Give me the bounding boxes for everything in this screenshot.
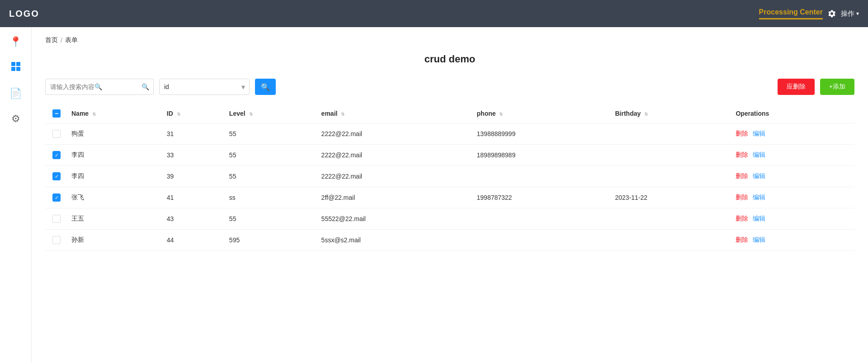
search-input-wrap: 🔍 (45, 79, 154, 95)
table-header-row: − Name ⇅ ID ⇅ Level ⇅ email ⇅ phone ⇅ Bi… (45, 104, 854, 123)
cell-id: 41 (163, 187, 226, 208)
data-table-wrap: − Name ⇅ ID ⇅ Level ⇅ email ⇅ phone ⇅ Bi… (45, 104, 854, 251)
edit-row-button[interactable]: 编辑 (753, 215, 765, 222)
sort-level-icon: ⇅ (249, 112, 253, 117)
cell-level: 595 (226, 230, 318, 251)
cell-level: ss (226, 187, 318, 208)
cell-operations: 删除编辑 (732, 145, 854, 166)
edit-row-button[interactable]: 编辑 (753, 236, 765, 243)
row-checkbox[interactable] (52, 215, 61, 223)
col-level[interactable]: Level ⇅ (226, 104, 318, 123)
delete-row-button[interactable]: 删除 (736, 172, 748, 179)
sort-phone-icon: ⇅ (499, 112, 503, 117)
table-header: − Name ⇅ ID ⇅ Level ⇅ email ⇅ phone ⇅ Bi… (45, 104, 854, 123)
row-checkbox[interactable] (52, 130, 61, 138)
logo: LOGO (9, 9, 39, 19)
delete-row-button[interactable]: 删除 (736, 215, 748, 222)
delete-row-button[interactable]: 删除 (736, 130, 748, 137)
cell-email: 5ssx@s2.mail (318, 230, 473, 251)
header-right: Processing Center 操作 ▾ (759, 8, 859, 19)
cell-phone: 13988889999 (473, 123, 612, 145)
cell-email: 2222@22.mail (318, 123, 473, 145)
cell-phone (473, 166, 612, 187)
col-name[interactable]: Name ⇅ (68, 104, 163, 123)
cell-name: 狗蛋 (68, 123, 163, 145)
cell-email: 2ff@22.mail (318, 187, 473, 208)
cell-operations: 删除编辑 (732, 208, 854, 230)
edit-row-button[interactable]: 编辑 (753, 130, 765, 137)
cell-email: 55522@22.mail (318, 208, 473, 230)
cell-birthday: 2023-11-22 (611, 187, 732, 208)
table-row: 李四33552222@22.mail18989898989删除编辑 (45, 145, 854, 166)
search-input[interactable] (45, 79, 154, 95)
cell-level: 55 (226, 166, 318, 187)
select-all-checkbox[interactable]: − (52, 109, 61, 118)
sidebar-item-document[interactable]: 📄 (9, 88, 22, 99)
cell-phone (473, 230, 612, 251)
row-checkbox[interactable] (52, 236, 61, 244)
cell-operations: 删除编辑 (732, 187, 854, 208)
delete-row-button[interactable]: 删除 (736, 193, 748, 201)
cell-birthday (611, 123, 732, 145)
search-button[interactable]: 🔍 (255, 79, 276, 95)
cell-name: 李四 (68, 166, 163, 187)
breadcrumb-home[interactable]: 首页 (45, 36, 58, 44)
col-email[interactable]: email ⇅ (318, 104, 473, 123)
cell-phone: 1998787322 (473, 187, 612, 208)
cell-name: 张飞 (68, 187, 163, 208)
sidebar-item-grid[interactable] (11, 61, 21, 74)
svg-rect-1 (16, 62, 20, 66)
cell-birthday (611, 166, 732, 187)
sidebar: 📍 📄 ⚙ (0, 27, 32, 363)
batch-delete-button[interactable]: 应删除 (778, 79, 815, 95)
sort-id-icon: ⇅ (177, 112, 180, 117)
page-title: crud demo (45, 53, 854, 65)
field-select[interactable]: id name email phone (159, 79, 250, 95)
cell-id: 44 (163, 230, 226, 251)
grid-icon (11, 61, 21, 74)
table-row: 孙新445955ssx@s2.mail删除编辑 (45, 230, 854, 251)
ops-menu[interactable]: 操作 ▾ (841, 9, 859, 18)
cell-operations: 删除编辑 (732, 166, 854, 187)
cell-birthday (611, 208, 732, 230)
chevron-down-icon: ▾ (856, 10, 859, 17)
location-icon: 📍 (9, 36, 22, 48)
sort-name-icon: ⇅ (92, 112, 96, 117)
delete-row-button[interactable]: 删除 (736, 151, 748, 158)
processing-center-label[interactable]: Processing Center (759, 8, 823, 19)
svg-rect-2 (11, 67, 15, 71)
cell-birthday (611, 230, 732, 251)
edit-row-button[interactable]: 编辑 (753, 172, 765, 179)
cell-id: 43 (163, 208, 226, 230)
breadcrumb-current: 表单 (65, 36, 78, 44)
gear-icon[interactable] (827, 9, 836, 18)
delete-row-button[interactable]: 删除 (736, 236, 748, 243)
main-content: 首页 / 表单 crud demo 🔍 id name email phone … (32, 27, 868, 363)
col-id[interactable]: ID ⇅ (163, 104, 226, 123)
ops-label: 操作 (841, 9, 854, 18)
cell-level: 55 (226, 145, 318, 166)
cell-phone (473, 208, 612, 230)
cell-id: 39 (163, 166, 226, 187)
col-birthday[interactable]: Birthday ⇅ (611, 104, 732, 123)
col-operations: Operations (732, 104, 854, 123)
cell-operations: 删除编辑 (732, 230, 854, 251)
sort-birthday-icon: ⇅ (644, 112, 648, 117)
row-checkbox[interactable] (52, 172, 61, 180)
edit-row-button[interactable]: 编辑 (753, 193, 765, 201)
cell-id: 33 (163, 145, 226, 166)
col-phone[interactable]: phone ⇅ (473, 104, 612, 123)
cell-operations: 删除编辑 (732, 123, 854, 145)
app-header: LOGO Processing Center 操作 ▾ (0, 0, 868, 27)
edit-row-button[interactable]: 编辑 (753, 151, 765, 158)
sidebar-item-location[interactable]: 📍 (9, 36, 22, 48)
sidebar-item-settings[interactable]: ⚙ (11, 113, 20, 125)
cell-email: 2222@22.mail (318, 166, 473, 187)
row-checkbox[interactable] (52, 193, 61, 202)
cell-name: 王五 (68, 208, 163, 230)
data-table: − Name ⇅ ID ⇅ Level ⇅ email ⇅ phone ⇅ Bi… (45, 104, 854, 251)
table-row: 张飞41ss2ff@22.mail19987873222023-11-22删除编… (45, 187, 854, 208)
row-checkbox[interactable] (52, 151, 61, 159)
svg-rect-0 (11, 62, 15, 66)
add-button[interactable]: +添加 (820, 79, 854, 95)
